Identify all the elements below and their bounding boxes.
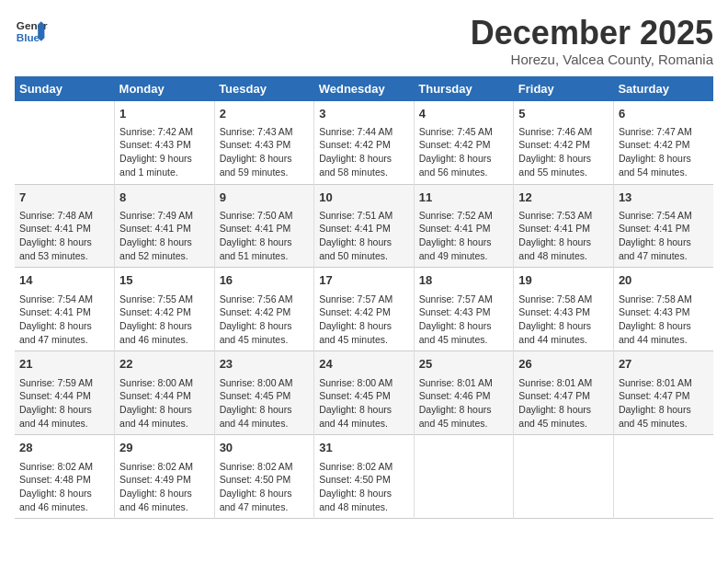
day-info: Sunrise: 7:54 AM Sunset: 4:41 PM Dayligh… (619, 209, 709, 263)
day-info: Sunrise: 8:00 AM Sunset: 4:44 PM Dayligh… (119, 376, 210, 431)
day-number: 11 (419, 190, 509, 206)
weekday-header-cell: Saturday (613, 76, 713, 101)
day-number: 17 (319, 272, 409, 289)
calendar-week-row: 21Sunrise: 7:59 AM Sunset: 4:44 PM Dayli… (15, 351, 713, 435)
title-area: December 2025 Horezu, Valcea County, Rom… (471, 15, 713, 67)
day-info: Sunrise: 7:56 AM Sunset: 4:42 PM Dayligh… (220, 293, 310, 347)
calendar-day-cell: 10Sunrise: 7:51 AM Sunset: 4:41 PM Dayli… (314, 184, 415, 268)
day-info: Sunrise: 8:02 AM Sunset: 4:50 PM Dayligh… (220, 460, 310, 514)
day-info: Sunrise: 7:55 AM Sunset: 4:42 PM Dayligh… (119, 293, 210, 347)
day-info: Sunrise: 7:57 AM Sunset: 4:42 PM Dayligh… (319, 293, 409, 347)
calendar-week-row: 28Sunrise: 8:02 AM Sunset: 4:48 PM Dayli… (15, 435, 713, 519)
day-info: Sunrise: 7:44 AM Sunset: 4:42 PM Dayligh… (319, 125, 409, 179)
calendar-day-cell: 14Sunrise: 7:54 AM Sunset: 4:41 PM Dayli… (15, 268, 115, 351)
calendar-week-row: 7Sunrise: 7:48 AM Sunset: 4:41 PM Daylig… (15, 184, 713, 268)
calendar-day-cell (514, 435, 614, 519)
calendar-day-cell: 20Sunrise: 7:58 AM Sunset: 4:43 PM Dayli… (613, 268, 713, 351)
day-info: Sunrise: 7:52 AM Sunset: 4:41 PM Dayligh… (419, 209, 509, 263)
calendar-day-cell: 25Sunrise: 8:01 AM Sunset: 4:46 PM Dayli… (414, 351, 514, 435)
calendar-day-cell: 22Sunrise: 8:00 AM Sunset: 4:44 PM Dayli… (115, 351, 215, 435)
calendar-table: SundayMondayTuesdayWednesdayThursdayFrid… (15, 76, 713, 520)
weekday-header-cell: Tuesday (214, 76, 314, 101)
calendar-day-cell: 27Sunrise: 8:01 AM Sunset: 4:47 PM Dayli… (613, 351, 713, 435)
calendar-day-cell: 30Sunrise: 8:02 AM Sunset: 4:50 PM Dayli… (214, 435, 314, 519)
calendar-day-cell: 11Sunrise: 7:52 AM Sunset: 4:41 PM Dayli… (414, 184, 514, 268)
day-number: 25 (419, 356, 509, 373)
day-info: Sunrise: 7:58 AM Sunset: 4:43 PM Dayligh… (518, 293, 609, 347)
day-number: 23 (220, 356, 310, 373)
logo: General Blue (15, 15, 48, 48)
calendar-day-cell: 12Sunrise: 7:53 AM Sunset: 4:41 PM Dayli… (514, 184, 614, 268)
day-info: Sunrise: 8:01 AM Sunset: 4:46 PM Dayligh… (419, 376, 509, 431)
day-info: Sunrise: 8:02 AM Sunset: 4:50 PM Dayligh… (319, 460, 409, 514)
day-number: 31 (319, 440, 409, 456)
calendar-day-cell: 1Sunrise: 7:42 AM Sunset: 4:43 PM Daylig… (115, 101, 215, 184)
day-number: 30 (220, 440, 310, 456)
calendar-day-cell: 15Sunrise: 7:55 AM Sunset: 4:42 PM Dayli… (115, 268, 215, 351)
calendar-week-row: 1Sunrise: 7:42 AM Sunset: 4:43 PM Daylig… (15, 101, 713, 184)
location-title: Horezu, Valcea County, Romania (471, 52, 713, 67)
weekday-header-cell: Monday (115, 76, 215, 101)
day-info: Sunrise: 7:46 AM Sunset: 4:42 PM Dayligh… (518, 125, 609, 179)
calendar-day-cell: 16Sunrise: 7:56 AM Sunset: 4:42 PM Dayli… (214, 268, 314, 351)
calendar-body: 1Sunrise: 7:42 AM Sunset: 4:43 PM Daylig… (15, 101, 713, 519)
day-info: Sunrise: 7:45 AM Sunset: 4:42 PM Dayligh… (419, 125, 509, 179)
weekday-header-cell: Thursday (414, 76, 514, 101)
calendar-day-cell: 19Sunrise: 7:58 AM Sunset: 4:43 PM Dayli… (514, 268, 614, 351)
day-info: Sunrise: 8:02 AM Sunset: 4:48 PM Dayligh… (19, 460, 109, 514)
calendar-day-cell: 17Sunrise: 7:57 AM Sunset: 4:42 PM Dayli… (314, 268, 415, 351)
weekday-header-cell: Sunday (15, 76, 115, 101)
calendar-day-cell (414, 435, 514, 519)
day-number: 22 (119, 356, 210, 373)
logo-icon: General Blue (15, 15, 48, 48)
day-number: 28 (19, 440, 109, 456)
calendar-day-cell: 5Sunrise: 7:46 AM Sunset: 4:42 PM Daylig… (514, 101, 614, 184)
calendar-day-cell: 9Sunrise: 7:50 AM Sunset: 4:41 PM Daylig… (214, 184, 314, 268)
day-info: Sunrise: 8:02 AM Sunset: 4:49 PM Dayligh… (119, 460, 210, 514)
day-info: Sunrise: 7:47 AM Sunset: 4:42 PM Dayligh… (619, 125, 709, 179)
weekday-header-cell: Friday (514, 76, 614, 101)
weekday-header-row: SundayMondayTuesdayWednesdayThursdayFrid… (15, 76, 713, 101)
day-number: 4 (419, 106, 509, 122)
calendar-day-cell: 7Sunrise: 7:48 AM Sunset: 4:41 PM Daylig… (15, 184, 115, 268)
calendar-week-row: 14Sunrise: 7:54 AM Sunset: 4:41 PM Dayli… (15, 268, 713, 351)
calendar-day-cell: 18Sunrise: 7:57 AM Sunset: 4:43 PM Dayli… (414, 268, 514, 351)
day-number: 14 (19, 272, 109, 289)
calendar-day-cell (15, 101, 115, 184)
day-info: Sunrise: 8:00 AM Sunset: 4:45 PM Dayligh… (220, 376, 310, 431)
calendar-day-cell: 29Sunrise: 8:02 AM Sunset: 4:49 PM Dayli… (115, 435, 215, 519)
day-number: 15 (119, 272, 210, 289)
day-info: Sunrise: 7:51 AM Sunset: 4:41 PM Dayligh… (319, 209, 409, 263)
day-number: 10 (319, 190, 409, 206)
day-number: 6 (619, 106, 709, 122)
day-info: Sunrise: 7:57 AM Sunset: 4:43 PM Dayligh… (419, 293, 509, 347)
day-info: Sunrise: 7:42 AM Sunset: 4:43 PM Dayligh… (119, 125, 210, 179)
day-number: 8 (119, 190, 210, 206)
day-number: 2 (220, 106, 310, 122)
day-info: Sunrise: 7:48 AM Sunset: 4:41 PM Dayligh… (19, 209, 109, 263)
calendar-day-cell: 3Sunrise: 7:44 AM Sunset: 4:42 PM Daylig… (314, 101, 415, 184)
calendar-day-cell: 4Sunrise: 7:45 AM Sunset: 4:42 PM Daylig… (414, 101, 514, 184)
day-info: Sunrise: 7:43 AM Sunset: 4:43 PM Dayligh… (220, 125, 310, 179)
calendar-day-cell: 2Sunrise: 7:43 AM Sunset: 4:43 PM Daylig… (214, 101, 314, 184)
day-number: 26 (518, 356, 609, 373)
day-number: 1 (119, 106, 210, 122)
day-number: 24 (319, 356, 409, 373)
day-info: Sunrise: 8:01 AM Sunset: 4:47 PM Dayligh… (619, 376, 709, 431)
calendar-day-cell: 26Sunrise: 8:01 AM Sunset: 4:47 PM Dayli… (514, 351, 614, 435)
day-number: 29 (119, 440, 210, 456)
day-number: 9 (220, 190, 310, 206)
day-info: Sunrise: 7:59 AM Sunset: 4:44 PM Dayligh… (19, 376, 109, 431)
day-info: Sunrise: 7:50 AM Sunset: 4:41 PM Dayligh… (220, 209, 310, 263)
day-info: Sunrise: 7:54 AM Sunset: 4:41 PM Dayligh… (19, 293, 109, 347)
calendar-day-cell: 28Sunrise: 8:02 AM Sunset: 4:48 PM Dayli… (15, 435, 115, 519)
day-number: 3 (319, 106, 409, 122)
day-number: 13 (619, 190, 709, 206)
calendar-day-cell: 8Sunrise: 7:49 AM Sunset: 4:41 PM Daylig… (115, 184, 215, 268)
day-number: 12 (518, 190, 609, 206)
day-info: Sunrise: 7:53 AM Sunset: 4:41 PM Dayligh… (518, 209, 609, 263)
day-number: 16 (220, 272, 310, 289)
calendar-day-cell: 21Sunrise: 7:59 AM Sunset: 4:44 PM Dayli… (15, 351, 115, 435)
day-number: 21 (19, 356, 109, 373)
day-number: 5 (518, 106, 609, 122)
